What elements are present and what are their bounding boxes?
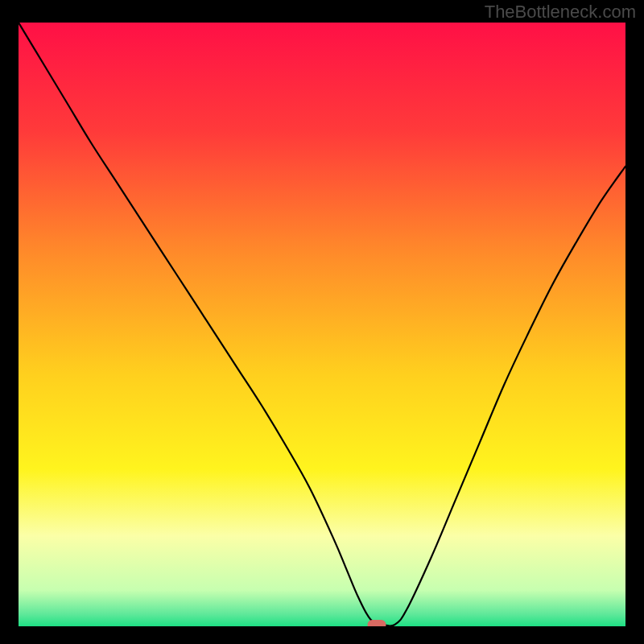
svg-rect-0 — [19, 23, 625, 626]
watermark-text: TheBottleneck.com — [485, 2, 636, 23]
gradient-background — [19, 23, 625, 626]
chart-container: { "watermark": "TheBottleneck.com", "cha… — [0, 0, 644, 644]
optimum-marker — [367, 620, 386, 626]
plot-area — [19, 23, 625, 626]
